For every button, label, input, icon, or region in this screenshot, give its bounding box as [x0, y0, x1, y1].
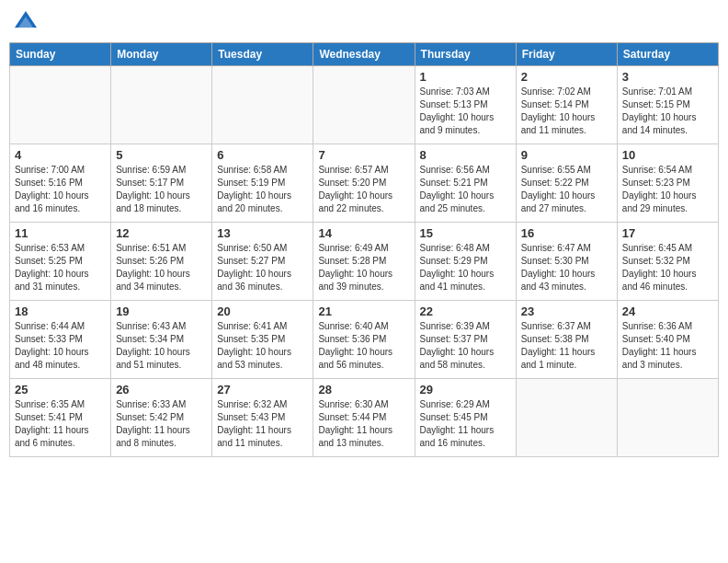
- calendar-cell: [313, 66, 415, 144]
- calendar-cell: 19Sunrise: 6:43 AM Sunset: 5:34 PM Dayli…: [111, 301, 212, 379]
- day-info: Sunrise: 6:47 AM Sunset: 5:30 PM Dayligh…: [521, 242, 612, 293]
- logo-icon: [13, 9, 39, 35]
- calendar-cell: 21Sunrise: 6:40 AM Sunset: 5:36 PM Dayli…: [313, 301, 415, 379]
- day-info: Sunrise: 6:37 AM Sunset: 5:38 PM Dayligh…: [521, 320, 612, 372]
- day-number: 20: [217, 304, 308, 318]
- day-info: Sunrise: 6:30 AM Sunset: 5:44 PM Dayligh…: [318, 398, 409, 450]
- day-info: Sunrise: 6:48 AM Sunset: 5:29 PM Dayligh…: [420, 242, 511, 293]
- calendar-cell: 20Sunrise: 6:41 AM Sunset: 5:35 PM Dayli…: [212, 301, 313, 379]
- calendar-cell: [10, 66, 111, 144]
- day-info: Sunrise: 6:58 AM Sunset: 5:19 PM Dayligh…: [217, 164, 308, 215]
- calendar-cell: [111, 66, 212, 144]
- calendar-cell: 15Sunrise: 6:48 AM Sunset: 5:29 PM Dayli…: [415, 223, 516, 301]
- calendar-cell: 23Sunrise: 6:37 AM Sunset: 5:38 PM Dayli…: [516, 301, 617, 379]
- day-info: Sunrise: 6:53 AM Sunset: 5:25 PM Dayligh…: [15, 242, 106, 293]
- page-header: [9, 9, 719, 35]
- logo: [9, 9, 39, 35]
- day-info: Sunrise: 6:56 AM Sunset: 5:21 PM Dayligh…: [420, 164, 511, 215]
- weekday-header: Monday: [111, 43, 212, 66]
- calendar-cell: 14Sunrise: 6:49 AM Sunset: 5:28 PM Dayli…: [313, 223, 415, 301]
- day-number: 26: [116, 383, 207, 396]
- day-number: 16: [521, 226, 612, 240]
- day-number: 22: [420, 304, 511, 318]
- day-number: 3: [622, 70, 713, 84]
- day-info: Sunrise: 7:03 AM Sunset: 5:13 PM Dayligh…: [420, 86, 511, 137]
- calendar-cell: 6Sunrise: 6:58 AM Sunset: 5:19 PM Daylig…: [212, 144, 313, 223]
- calendar-cell: 2Sunrise: 7:02 AM Sunset: 5:14 PM Daylig…: [516, 66, 617, 144]
- day-number: 2: [521, 70, 612, 84]
- weekday-header: Wednesday: [313, 43, 415, 66]
- day-number: 14: [318, 226, 409, 240]
- calendar-cell: [212, 66, 313, 144]
- calendar-cell: 18Sunrise: 6:44 AM Sunset: 5:33 PM Dayli…: [10, 301, 111, 379]
- weekday-header: Tuesday: [212, 43, 313, 66]
- calendar-week-row: 1Sunrise: 7:03 AM Sunset: 5:13 PM Daylig…: [10, 66, 719, 144]
- day-number: 8: [420, 148, 511, 162]
- day-info: Sunrise: 6:57 AM Sunset: 5:20 PM Dayligh…: [318, 164, 409, 215]
- calendar-cell: 24Sunrise: 6:36 AM Sunset: 5:40 PM Dayli…: [617, 301, 718, 379]
- calendar-week-row: 4Sunrise: 7:00 AM Sunset: 5:16 PM Daylig…: [10, 144, 719, 223]
- calendar-cell: 5Sunrise: 6:59 AM Sunset: 5:17 PM Daylig…: [111, 144, 212, 223]
- calendar-cell: 13Sunrise: 6:50 AM Sunset: 5:27 PM Dayli…: [212, 223, 313, 301]
- day-info: Sunrise: 6:36 AM Sunset: 5:40 PM Dayligh…: [622, 320, 713, 372]
- calendar-cell: 12Sunrise: 6:51 AM Sunset: 5:26 PM Dayli…: [111, 223, 212, 301]
- day-info: Sunrise: 6:40 AM Sunset: 5:36 PM Dayligh…: [318, 320, 409, 372]
- day-number: 27: [217, 383, 308, 396]
- day-info: Sunrise: 7:02 AM Sunset: 5:14 PM Dayligh…: [521, 86, 612, 137]
- day-number: 17: [622, 226, 713, 240]
- calendar-cell: 17Sunrise: 6:45 AM Sunset: 5:32 PM Dayli…: [617, 223, 718, 301]
- day-number: 12: [116, 226, 207, 240]
- calendar-cell: 10Sunrise: 6:54 AM Sunset: 5:23 PM Dayli…: [617, 144, 718, 223]
- day-info: Sunrise: 6:49 AM Sunset: 5:28 PM Dayligh…: [318, 242, 409, 293]
- day-number: 21: [318, 304, 409, 318]
- day-info: Sunrise: 6:55 AM Sunset: 5:22 PM Dayligh…: [521, 164, 612, 215]
- calendar-cell: 25Sunrise: 6:35 AM Sunset: 5:41 PM Dayli…: [10, 379, 111, 457]
- day-number: 10: [622, 148, 713, 162]
- day-info: Sunrise: 6:33 AM Sunset: 5:42 PM Dayligh…: [116, 398, 207, 450]
- day-info: Sunrise: 7:01 AM Sunset: 5:15 PM Dayligh…: [622, 86, 713, 137]
- day-number: 6: [217, 148, 308, 162]
- weekday-header: Friday: [516, 43, 617, 66]
- day-number: 15: [420, 226, 511, 240]
- day-info: Sunrise: 6:43 AM Sunset: 5:34 PM Dayligh…: [116, 320, 207, 372]
- day-number: 25: [15, 383, 106, 396]
- calendar-cell: [617, 379, 718, 457]
- weekday-header: Thursday: [415, 43, 516, 66]
- day-info: Sunrise: 6:59 AM Sunset: 5:17 PM Dayligh…: [116, 164, 207, 215]
- day-info: Sunrise: 6:39 AM Sunset: 5:37 PM Dayligh…: [420, 320, 511, 372]
- calendar-cell: 22Sunrise: 6:39 AM Sunset: 5:37 PM Dayli…: [415, 301, 516, 379]
- calendar-cell: 8Sunrise: 6:56 AM Sunset: 5:21 PM Daylig…: [415, 144, 516, 223]
- calendar-table: SundayMondayTuesdayWednesdayThursdayFrid…: [9, 42, 719, 457]
- calendar-cell: 29Sunrise: 6:29 AM Sunset: 5:45 PM Dayli…: [415, 379, 516, 457]
- day-number: 11: [15, 226, 106, 240]
- calendar-cell: 4Sunrise: 7:00 AM Sunset: 5:16 PM Daylig…: [10, 144, 111, 223]
- calendar-cell: 16Sunrise: 6:47 AM Sunset: 5:30 PM Dayli…: [516, 223, 617, 301]
- day-info: Sunrise: 6:54 AM Sunset: 5:23 PM Dayligh…: [622, 164, 713, 215]
- day-number: 9: [521, 148, 612, 162]
- calendar-cell: 11Sunrise: 6:53 AM Sunset: 5:25 PM Dayli…: [10, 223, 111, 301]
- day-info: Sunrise: 6:45 AM Sunset: 5:32 PM Dayligh…: [622, 242, 713, 293]
- day-number: 29: [420, 383, 511, 396]
- day-number: 4: [15, 148, 106, 162]
- day-info: Sunrise: 6:32 AM Sunset: 5:43 PM Dayligh…: [217, 398, 308, 450]
- day-number: 23: [521, 304, 612, 318]
- weekday-header: Sunday: [10, 43, 111, 66]
- day-info: Sunrise: 6:50 AM Sunset: 5:27 PM Dayligh…: [217, 242, 308, 293]
- day-number: 5: [116, 148, 207, 162]
- calendar-cell: 28Sunrise: 6:30 AM Sunset: 5:44 PM Dayli…: [313, 379, 415, 457]
- calendar-week-row: 18Sunrise: 6:44 AM Sunset: 5:33 PM Dayli…: [10, 301, 719, 379]
- weekday-header: Saturday: [617, 43, 718, 66]
- day-info: Sunrise: 6:44 AM Sunset: 5:33 PM Dayligh…: [15, 320, 106, 372]
- calendar-cell: 26Sunrise: 6:33 AM Sunset: 5:42 PM Dayli…: [111, 379, 212, 457]
- day-number: 13: [217, 226, 308, 240]
- day-number: 18: [15, 304, 106, 318]
- day-info: Sunrise: 7:00 AM Sunset: 5:16 PM Dayligh…: [15, 164, 106, 215]
- day-number: 24: [622, 304, 713, 318]
- day-info: Sunrise: 6:29 AM Sunset: 5:45 PM Dayligh…: [420, 398, 511, 450]
- day-info: Sunrise: 6:51 AM Sunset: 5:26 PM Dayligh…: [116, 242, 207, 293]
- day-number: 28: [318, 383, 409, 396]
- day-number: 19: [116, 304, 207, 318]
- calendar-cell: 3Sunrise: 7:01 AM Sunset: 5:15 PM Daylig…: [617, 66, 718, 144]
- day-number: 1: [420, 70, 511, 84]
- calendar-week-row: 25Sunrise: 6:35 AM Sunset: 5:41 PM Dayli…: [10, 379, 719, 457]
